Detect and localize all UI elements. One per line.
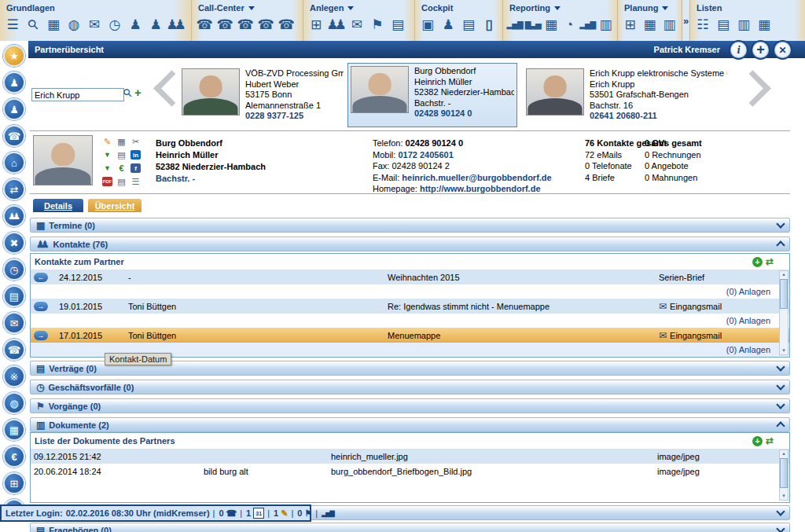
chevron-up-icon[interactable] — [776, 421, 785, 430]
user-icon[interactable] — [3, 72, 25, 94]
homepage-value[interactable]: http://www.burgobbendorf.de — [420, 184, 541, 193]
chart-icon[interactable] — [3, 419, 25, 441]
user-icon[interactable] — [125, 14, 145, 35]
section-kontakte-header[interactable]: Kontakte (76) — [30, 237, 790, 251]
section-termine-header[interactable]: Termine (0) — [30, 218, 790, 233]
partner-card[interactable]: Erich Krupp elektronische Systeme GmbH -… — [524, 66, 730, 124]
user-group-icon[interactable] — [166, 14, 186, 35]
section-dokumente-header[interactable]: Dokumente (2) — [30, 417, 790, 432]
dokument-row[interactable]: 20.06.2014 18:24 bild burg alt burg_obbe… — [31, 464, 789, 479]
list-detail-icon[interactable] — [713, 14, 733, 35]
refresh-icon[interactable] — [766, 435, 774, 446]
kontakt-row[interactable]: 19.01.2015 Toni Büttgen Re: Igendwas sti… — [31, 299, 789, 314]
mail-icon[interactable] — [3, 312, 25, 334]
close-button[interactable] — [773, 40, 792, 60]
section-geschaeftsvorfaelle-header[interactable]: Geschäftsvorfälle (0) — [30, 380, 790, 394]
mobile-icon[interactable] — [479, 14, 499, 35]
cockpit-user-icon[interactable] — [438, 14, 458, 35]
partner-photo[interactable] — [526, 68, 584, 116]
print-icon[interactable] — [115, 149, 128, 161]
outgoing-arrow-icon[interactable] — [34, 273, 48, 282]
kontakt-row[interactable]: 24.12.2015 - Weihnachten 2015 Serien-Bri… — [31, 270, 789, 284]
add-contact-icon[interactable] — [752, 257, 763, 267]
chevron-up-icon[interactable] — [776, 240, 785, 249]
kontakt-attachments-row[interactable]: (0) Anlagen — [31, 314, 789, 328]
chevron-down-icon[interactable] — [776, 381, 785, 390]
scroll-up-arrow[interactable] — [780, 450, 788, 457]
add-button[interactable] — [751, 40, 770, 60]
euro-icon[interactable] — [3, 446, 25, 468]
scroll-down-arrow[interactable] — [780, 347, 788, 354]
menu-overflow[interactable]: » — [682, 0, 690, 41]
report-summary-icon[interactable] — [597, 14, 615, 35]
menu-listen[interactable]: Listen — [690, 0, 805, 13]
refresh-icon[interactable] — [766, 256, 774, 267]
plan-board-icon[interactable] — [620, 14, 640, 35]
info-button[interactable] — [729, 40, 748, 60]
document-icon[interactable] — [3, 285, 25, 307]
chevron-down-icon[interactable] — [776, 400, 785, 409]
menu-callcenter[interactable]: Call-Center — [192, 0, 303, 13]
group-icon[interactable] — [3, 205, 25, 227]
print2-icon[interactable] — [115, 175, 128, 188]
clock-icon[interactable] — [105, 14, 125, 35]
tab-uebersicht[interactable]: Übersicht — [88, 199, 142, 212]
pdf-icon[interactable] — [102, 177, 112, 186]
star-icon[interactable] — [3, 45, 25, 67]
save-icon[interactable] — [115, 135, 128, 148]
download-icon[interactable] — [101, 149, 114, 161]
calc-icon[interactable] — [3, 472, 25, 494]
linkedin-icon[interactable] — [130, 150, 141, 160]
new-campaign-icon[interactable] — [367, 14, 388, 35]
report-pie-icon[interactable] — [561, 14, 579, 35]
kontakte-scrollbar[interactable] — [779, 270, 788, 355]
mail-icon[interactable] — [84, 14, 105, 35]
clock-icon[interactable] — [3, 259, 25, 281]
report-trend-icon[interactable] — [579, 14, 597, 35]
headset-icon[interactable] — [3, 125, 25, 147]
partner-detail-photo[interactable] — [33, 135, 93, 185]
chevron-down-icon[interactable] — [776, 524, 785, 532]
partner-photo[interactable] — [182, 68, 240, 116]
tools-icon[interactable] — [3, 232, 25, 254]
menu-icon[interactable] — [2, 14, 23, 35]
exchange-icon[interactable] — [3, 178, 25, 200]
new-document-icon[interactable] — [388, 14, 408, 35]
search-icon[interactable] — [123, 86, 131, 99]
list-table-icon[interactable] — [733, 14, 754, 35]
export-icon[interactable] — [101, 162, 114, 174]
euro-icon[interactable] — [115, 162, 128, 174]
report-columns-icon[interactable] — [524, 14, 542, 35]
phone-dial-icon[interactable] — [194, 14, 215, 35]
list-simple-icon[interactable] — [693, 14, 713, 35]
phone-stats-icon[interactable] — [276, 14, 296, 35]
add-document-icon[interactable] — [752, 436, 763, 446]
phone-incoming-icon[interactable] — [215, 14, 235, 35]
kontakt-row-selected[interactable]: 17.01.2015 Toni Büttgen Menuemappe Einga… — [31, 328, 789, 343]
incoming-arrow-icon[interactable] — [34, 331, 48, 340]
new-group-icon[interactable] — [326, 14, 347, 35]
report-table-icon[interactable] — [542, 14, 560, 35]
cockpit-report-icon[interactable] — [458, 14, 479, 35]
menu-cockpit[interactable]: Cockpit — [415, 0, 502, 13]
scrollbar-thumb[interactable] — [780, 279, 788, 309]
monitor-icon[interactable] — [417, 14, 438, 35]
section-vorgaenge-header[interactable]: Vorgänge (0) — [30, 398, 790, 413]
plan-grid-icon[interactable] — [660, 14, 679, 35]
menu-grundlagen[interactable]: Grundlagen — [0, 0, 191, 13]
incoming-arrow-icon[interactable] — [34, 302, 48, 311]
phone-icon[interactable] — [3, 339, 25, 361]
chart-search-icon[interactable] — [43, 14, 64, 35]
menu-anlegen[interactable]: Anlegen — [303, 0, 414, 13]
chevron-down-icon[interactable] — [776, 507, 785, 515]
dokumente-scrollbar[interactable] — [779, 449, 788, 501]
email-value[interactable]: heinrich.mueller@burgobbendorf.de — [402, 173, 551, 182]
dokument-row[interactable]: 09.12.2015 21:42 heinrich_mueller.jpg im… — [31, 449, 789, 464]
facebook-icon[interactable] — [130, 163, 141, 173]
scroll-up-arrow[interactable] — [780, 271, 788, 278]
search-icon[interactable] — [23, 14, 43, 35]
carousel-next-arrow[interactable] — [734, 70, 771, 107]
tab-details[interactable]: Details — [33, 199, 83, 212]
asterisk-icon[interactable] — [3, 365, 25, 387]
phone-hold-icon[interactable] — [255, 14, 276, 35]
